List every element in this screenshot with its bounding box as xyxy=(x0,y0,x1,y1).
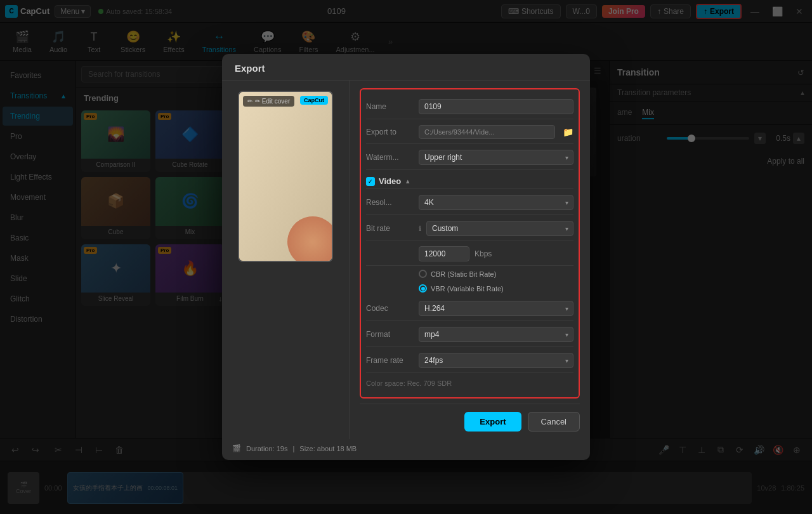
resolution-select-wrapper: 4K 1080p 720p 480p xyxy=(419,195,573,210)
bitrate-info-icon[interactable]: ℹ xyxy=(419,225,421,233)
bitrate-number-input[interactable] xyxy=(419,246,469,261)
cbr-radio[interactable] xyxy=(419,270,427,278)
vbr-row: VBR (Variable Bit Rate) xyxy=(366,282,573,295)
bitrate-label: Bit rate xyxy=(366,224,414,233)
framerate-row: Frame rate 24fps 30fps 60fps xyxy=(366,348,573,373)
format-label: Format xyxy=(366,330,414,339)
bitrate-input-row: Kbps xyxy=(366,242,573,266)
cbr-row: CBR (Static Bit Rate) xyxy=(366,267,573,280)
export-path: C:/Users/93444/Vide... xyxy=(419,125,555,139)
vbr-radio[interactable] xyxy=(419,284,427,293)
cancel-button[interactable]: Cancel xyxy=(528,412,580,432)
video-section-header: ✓ Video ▴ xyxy=(366,171,573,189)
edit-cover-button[interactable]: ✏ ✏ Edit cover xyxy=(243,96,294,107)
footer-icon: 🎬 xyxy=(232,444,241,452)
framerate-select-wrapper: 24fps 30fps 60fps xyxy=(419,353,573,368)
name-input[interactable] xyxy=(419,99,573,114)
duration-text: Duration: 19s xyxy=(246,445,287,452)
format-select-wrapper: mp4 mov avi xyxy=(419,327,573,342)
codec-select-wrapper: H.264 H.265 xyxy=(419,301,573,316)
folder-icon[interactable]: 📁 xyxy=(563,127,573,137)
resolution-row: Resol... 4K 1080p 720p 480p xyxy=(366,190,573,215)
export-footer: 🎬 Duration: 19s | Size: about 18 MB xyxy=(222,439,590,460)
brand-badge: CapCut xyxy=(300,96,328,105)
codec-label: Codec xyxy=(366,304,414,313)
resolution-select[interactable]: 4K 1080p 720p 480p xyxy=(419,195,573,210)
bitrate-select[interactable]: Custom Low Medium High xyxy=(426,221,573,236)
video-label: Video xyxy=(379,176,401,186)
bitrate-select-wrapper: Custom Low Medium High xyxy=(426,221,573,236)
watermark-row: Waterm... Upper right Upper left Lower r… xyxy=(366,145,573,170)
name-label: Name xyxy=(366,102,414,111)
export-modal-title: Export xyxy=(222,54,590,81)
codec-row: Codec H.264 H.265 xyxy=(366,296,573,321)
export-form-highlight: Name Export to C:/Users/93444/Vide... 📁 … xyxy=(360,88,580,399)
export-preview: ✏ ✏ Edit cover CapCut xyxy=(222,81,349,439)
thumb-sketch xyxy=(239,92,332,261)
thumb-content xyxy=(239,92,332,261)
size-text: Size: about 18 MB xyxy=(299,445,357,452)
video-collapse-icon[interactable]: ▴ xyxy=(406,177,410,185)
edit-label: ✏ Edit cover xyxy=(255,98,290,105)
resolution-label: Resol... xyxy=(366,198,414,207)
framerate-select[interactable]: 24fps 30fps 60fps xyxy=(419,353,573,368)
bitrate-row: Bit rate ℹ Custom Low Medium High xyxy=(366,216,573,241)
watermark-select-wrapper: Upper right Upper left Lower right Lower… xyxy=(419,150,573,165)
watermark-label: Waterm... xyxy=(366,153,414,162)
export-actions: Export Cancel xyxy=(360,404,580,432)
export-to-label: Export to xyxy=(366,128,414,136)
separator: | xyxy=(292,445,294,452)
export-modal: Export ✏ ✏ Edit cover CapCut xyxy=(222,54,590,460)
name-row: Name xyxy=(366,95,573,119)
export-body: ✏ ✏ Edit cover CapCut Name Export to C:/… xyxy=(222,81,590,439)
preview-thumbnail: ✏ ✏ Edit cover CapCut xyxy=(238,91,333,262)
format-row: Format mp4 mov avi xyxy=(366,322,573,347)
bitrate-unit: Kbps xyxy=(475,249,492,258)
vbr-label: VBR (Variable Bit Rate) xyxy=(431,285,504,293)
framerate-label: Frame rate xyxy=(366,356,414,365)
cbr-label: CBR (Static Bit Rate) xyxy=(431,270,496,278)
color-space-row: Color space: Rec. 709 SDR xyxy=(366,374,573,392)
format-select[interactable]: mp4 mov avi xyxy=(419,327,573,342)
export-to-row: Export to C:/Users/93444/Vide... 📁 xyxy=(366,121,573,144)
export-confirm-button[interactable]: Export xyxy=(464,412,521,432)
watermark-select[interactable]: Upper right Upper left Lower right Lower… xyxy=(419,150,573,165)
edit-icon: ✏ xyxy=(247,98,252,105)
video-checkbox[interactable]: ✓ xyxy=(366,177,375,186)
export-form: Name Export to C:/Users/93444/Vide... 📁 … xyxy=(349,81,590,439)
codec-select[interactable]: H.264 H.265 xyxy=(419,301,573,316)
color-space-label: Color space: Rec. 709 SDR xyxy=(366,379,452,387)
